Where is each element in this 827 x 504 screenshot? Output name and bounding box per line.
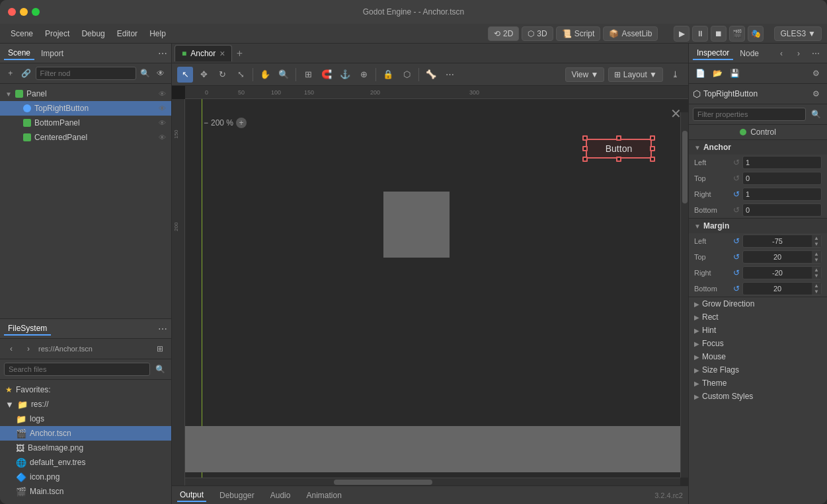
mode-2d-button[interactable]: ⟲ 2D	[488, 26, 519, 41]
inspector-settings-icon[interactable]: ⚙	[808, 66, 823, 81]
hscroll-thumb[interactable]	[334, 480, 433, 485]
mouse-item[interactable]: ▶ Mouse	[689, 350, 827, 363]
select-tool[interactable]: ↖	[177, 67, 193, 83]
play-scene-button[interactable]: 🎬	[729, 26, 745, 42]
hint-item[interactable]: ▶ Hint	[689, 324, 827, 337]
custom-styles-item[interactable]: ▶ Custom Styles	[689, 390, 827, 403]
zoom-plus-button[interactable]: +	[236, 118, 247, 128]
tab-import[interactable]: Import	[37, 48, 67, 59]
inspector-save-icon[interactable]: 💾	[727, 66, 742, 81]
theme-item[interactable]: ▶ Theme	[689, 377, 827, 390]
margin-left-spinbox[interactable]: -75 ▲ ▼	[742, 234, 822, 248]
size-flags-item[interactable]: ▶ Size Flags	[689, 363, 827, 377]
handle-ml[interactable]	[582, 146, 588, 151]
tree-item-centeredpanel[interactable]: CenteredPanel 👁	[0, 130, 171, 145]
handle-br[interactable]	[650, 157, 655, 162]
fs-item-baseimage[interactable]: 🖼 BaseImage.png	[0, 441, 171, 455]
visibility-toggle[interactable]: 👁	[154, 66, 167, 81]
handle-bc[interactable]	[616, 157, 621, 162]
layout-button-canvas[interactable]: ⊞ Layout ▼	[608, 67, 663, 82]
menu-help[interactable]: Help	[144, 26, 171, 41]
menu-project[interactable]: Project	[40, 26, 75, 41]
move-tool[interactable]: ✥	[196, 67, 212, 83]
margin-right-up[interactable]: ▲	[812, 267, 821, 273]
rect-item[interactable]: ▶ Rect	[689, 310, 827, 324]
back-button[interactable]: ‹	[4, 342, 19, 356]
anchor-tool[interactable]: ⚓	[337, 67, 353, 83]
tab-output[interactable]: Output	[177, 489, 206, 502]
canvas-area[interactable]: 0 50 100 150 200 300 150 200	[172, 86, 688, 486]
tree-item-panel[interactable]: ▼ Panel 👁	[0, 87, 171, 101]
inspector-menu[interactable]: ⋯	[808, 46, 823, 61]
tree-item-toprightbutton[interactable]: TopRightButton 👁	[0, 101, 171, 116]
margin-section-header[interactable]: ▼ Margin	[689, 219, 827, 233]
margin-right-down[interactable]: ▼	[812, 273, 821, 279]
anchor-right-reset[interactable]: ↺	[733, 190, 740, 199]
handle-mr[interactable]	[650, 146, 655, 151]
inspector-history-forward[interactable]: ›	[791, 46, 806, 61]
margin-right-spinbox[interactable]: -20 ▲ ▼	[742, 266, 822, 279]
margin-bottom-up[interactable]: ▲	[812, 283, 821, 289]
margin-bottom-reset[interactable]: ↺	[733, 284, 740, 293]
menu-editor[interactable]: Editor	[112, 26, 143, 41]
eye-icon-4[interactable]: 👁	[159, 133, 166, 141]
focus-item[interactable]: ▶ Focus	[689, 337, 827, 350]
smart-snap-tool[interactable]: 🧲	[319, 67, 335, 83]
handle-tc[interactable]	[616, 135, 621, 141]
tab-filesystem[interactable]: FileSystem	[4, 322, 51, 336]
vscroll-thumb[interactable]	[682, 131, 688, 204]
fs-item-favorites[interactable]: ★ Favorites:	[0, 382, 171, 397]
margin-left-reset[interactable]: ↺	[733, 236, 740, 246]
anchor-top-value[interactable]: 0	[742, 172, 822, 185]
more-tools[interactable]: ⋯	[442, 67, 457, 83]
fs-item-main[interactable]: 🎬 Main.tscn	[0, 484, 171, 499]
horizontal-scrollbar[interactable]	[185, 478, 680, 486]
script-button[interactable]: 📜 Script	[556, 26, 601, 41]
minimize-button[interactable]	[20, 8, 28, 16]
fs-item-anchor[interactable]: 🎬 Anchor.tscn	[0, 426, 171, 441]
handle-tr[interactable]	[650, 135, 655, 141]
eye-icon[interactable]: 👁	[159, 90, 166, 98]
play-button[interactable]: ▶	[674, 26, 689, 42]
forward-button[interactable]: ›	[21, 342, 36, 356]
inspector-new-icon[interactable]: 📄	[693, 66, 707, 81]
zoom-minus[interactable]: −	[204, 118, 208, 127]
scene-panel-menu[interactable]: ⋯	[158, 48, 167, 59]
filesystem-panel-menu[interactable]: ⋯	[158, 324, 167, 334]
download-icon[interactable]: ⤓	[667, 67, 683, 83]
handle-tl[interactable]	[582, 135, 588, 141]
inspector-history-back[interactable]: ‹	[774, 46, 789, 61]
rotate-tool[interactable]: ↻	[214, 67, 230, 83]
node-settings-icon[interactable]: ⚙	[808, 87, 823, 101]
group-tool[interactable]: ⬡	[399, 67, 414, 83]
anchor-top-reset[interactable]: ↺	[733, 174, 740, 183]
anchor-left-value[interactable]: 1	[742, 156, 822, 169]
eye-icon-2[interactable]: 👁	[159, 104, 166, 112]
link-node-button[interactable]: 🔗	[20, 66, 33, 81]
add-tab-button[interactable]: +	[232, 46, 247, 61]
zoom-tool[interactable]: 🔍	[276, 67, 292, 83]
fs-item-logs[interactable]: 📁 logs	[0, 412, 171, 426]
margin-bottom-down[interactable]: ▼	[812, 289, 821, 295]
viewport-button[interactable]: Button	[586, 139, 652, 159]
search-files-input[interactable]	[4, 363, 150, 376]
margin-bottom-spinbox[interactable]: 20 ▲ ▼	[742, 282, 822, 295]
grow-direction-item[interactable]: ▶ Grow Direction	[689, 297, 827, 310]
filter-search-icon[interactable]: 🔍	[808, 107, 823, 122]
anchor-bottom-reset[interactable]: ↺	[733, 205, 740, 215]
tab-node[interactable]: Node	[736, 48, 763, 59]
pause-button[interactable]: ⏸	[692, 26, 708, 42]
close-tab-icon[interactable]: ×	[219, 48, 225, 59]
margin-left-down[interactable]: ▼	[812, 241, 821, 247]
bone-tool[interactable]: 🦴	[423, 67, 439, 83]
editor-tab-anchor[interactable]: ■ Anchor ×	[175, 45, 232, 61]
anchor-left-reset[interactable]: ↺	[733, 158, 740, 167]
margin-left-up[interactable]: ▲	[812, 235, 821, 241]
menu-debug[interactable]: Debug	[76, 26, 110, 41]
handle-bl[interactable]	[582, 157, 588, 162]
renderer-button[interactable]: GLES3 ▼	[774, 26, 822, 41]
margin-top-down[interactable]: ▼	[812, 257, 821, 263]
search-icon[interactable]: 🔍	[139, 66, 152, 81]
inspector-open-icon[interactable]: 📂	[710, 66, 725, 81]
view-button[interactable]: View ▼	[565, 67, 604, 82]
